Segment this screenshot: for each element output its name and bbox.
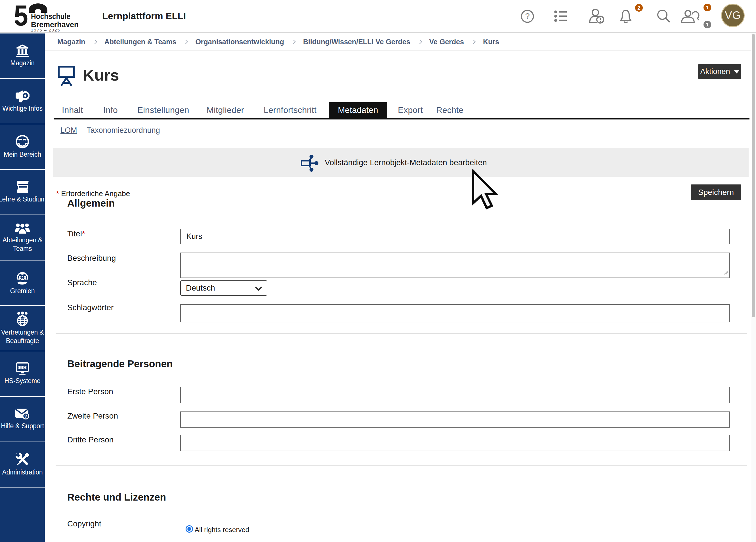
svg-text:?: ? — [24, 414, 27, 419]
svg-text:5: 5 — [14, 2, 28, 32]
svg-text:Hochschule: Hochschule — [31, 12, 70, 21]
svg-text:?: ? — [525, 12, 530, 21]
svg-text:1975 – 2025: 1975 – 2025 — [31, 28, 60, 32]
